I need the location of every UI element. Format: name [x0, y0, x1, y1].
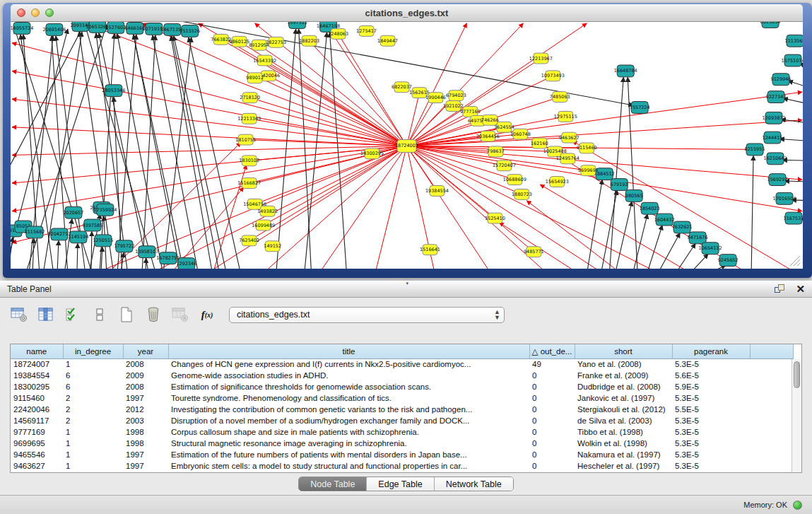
table-row[interactable]: 911546021997Tourette syndrome. Phenomeno…	[11, 392, 793, 404]
table-row[interactable]: 969969511998Structural magnetic resonanc…	[11, 438, 793, 449]
black-edge	[299, 29, 312, 269]
status-bar: Memory: OK	[0, 495, 812, 514]
graph-node-label: 1882203	[299, 38, 319, 44]
table-row[interactable]: 2242004622012Investigating the contribut…	[11, 404, 793, 415]
tab-edge-table[interactable]: Edge Table	[367, 477, 434, 491]
graph-node-label: 679192	[611, 182, 628, 187]
graph-node-label: 10654112	[699, 245, 722, 251]
black-edge	[33, 238, 34, 269]
column-header-year[interactable]: year	[123, 344, 168, 358]
table-row[interactable]: 1872400712008Changes of HCN gene express…	[11, 358, 793, 370]
red-edge	[526, 201, 622, 269]
graph-node-label: 1113565	[785, 38, 803, 44]
graph-node-label: 15654923	[546, 179, 569, 185]
nodes-layer: 1405572420691406209314010653267152760264…	[11, 22, 803, 269]
column-header-out_de...[interactable]: △ out_de...	[529, 344, 575, 358]
table-row[interactable]: 977716911998Corpus callosum shape and si…	[11, 426, 793, 438]
table-settings-icon[interactable]	[10, 305, 28, 324]
black-edge	[100, 34, 114, 269]
graph-node-label: 2822753	[266, 40, 286, 45]
graph-node-label: 1527602	[105, 25, 126, 30]
graph-node-label: 1921022	[443, 103, 464, 109]
graph-node-label: 1990446	[425, 95, 446, 100]
graph-node-label: 18300295	[360, 151, 384, 156]
graph-node-label: 2248063	[328, 31, 348, 37]
splitter-handle-icon[interactable]: ▾	[406, 282, 413, 285]
graph-node-label: 1597312	[287, 22, 307, 25]
rows-icon[interactable]	[90, 305, 109, 324]
graph-node-label: 12213363	[237, 116, 261, 122]
table-panel: ▾ Table Panel ✕ f(x) citation	[0, 281, 812, 514]
tab-network-table[interactable]: Network Table	[435, 477, 513, 491]
graph-node-label: 16210643	[764, 156, 787, 161]
graph-node-label: 16782759	[156, 255, 180, 261]
graph-node-label: 14055724	[11, 25, 33, 31]
black-edge	[647, 226, 662, 269]
black-edge	[146, 258, 146, 269]
new-table-icon[interactable]	[117, 305, 136, 324]
table-row[interactable]: 946362711997Embryonic stem cells: a mode…	[11, 460, 793, 472]
graph-node-label: 1830102	[239, 158, 259, 163]
table-selector-dropdown[interactable]: citations_edges.txt ▲▼	[229, 307, 505, 323]
table-header-row: namein_degreeyeartitle△ out_de...shortpa…	[11, 344, 793, 358]
table-row[interactable]: 1456911722003Disruption of a novel membe…	[11, 415, 793, 426]
close-panel-icon[interactable]: ✕	[796, 284, 805, 294]
graph-node-label: 9115460	[577, 145, 597, 151]
table-row[interactable]: 1938455462009Genome-wide association stu…	[11, 370, 793, 381]
graph-node-label: 162160	[531, 141, 548, 146]
column-header-gutter[interactable]	[750, 344, 793, 358]
window-titlebar[interactable]: citations_edges.txt	[11, 4, 803, 22]
table-selector-value: citations_edges.txt	[237, 310, 494, 320]
graph-node-label: 28053346	[102, 88, 125, 93]
graph-node-label: 17359924	[93, 207, 117, 213]
graph-node-label: 12042757	[47, 231, 71, 237]
graph-node-label: 1604432	[654, 217, 675, 223]
scrollbar-thumb[interactable]	[794, 361, 800, 388]
graph-node-label: 12213967	[529, 56, 553, 62]
graph-node-label: 9463627	[559, 135, 579, 141]
function-builder-icon[interactable]: f(x)	[198, 305, 216, 324]
row-checks-icon[interactable]	[64, 305, 82, 324]
column-header-pagerank[interactable]: pagerank	[672, 344, 750, 358]
red-edge	[375, 146, 407, 269]
column-header-in_degree[interactable]: in_degree	[63, 344, 123, 358]
graph-node-label: 13958107	[135, 249, 158, 255]
column-header-short[interactable]: short	[575, 344, 672, 358]
tab-node-table[interactable]: Node Table	[299, 477, 367, 491]
graph-node-label: 1516641	[420, 247, 440, 252]
table-vertical-scrollbar[interactable]	[792, 359, 801, 472]
graph-node-label: 1145194	[68, 234, 88, 240]
graph-node-label: 7632621	[672, 225, 693, 230]
graph-node-label: 16648784	[614, 68, 637, 74]
red-edge	[12, 146, 407, 155]
graph-node-label: 6822037	[392, 84, 412, 90]
network-view-window: citations_edges.txt 14055724206914062093…	[3, 3, 812, 278]
graph-node-label: 15751074	[782, 58, 803, 64]
red-edge	[407, 93, 420, 146]
graph-node-label: 3624554	[494, 124, 514, 130]
red-edge	[499, 223, 579, 269]
network-svg[interactable]: 1405572420691406209314010653267152760264…	[11, 22, 803, 269]
delete-rows-icon[interactable]	[144, 305, 163, 324]
graph-node-label: 7663822	[211, 37, 231, 42]
table-row[interactable]: 946554611997Estimation of the future num…	[11, 449, 793, 460]
window-title: citations_edges.txt	[11, 8, 803, 18]
column-header-title[interactable]: title	[168, 344, 529, 358]
graph-node-label: 980565	[625, 193, 643, 199]
float-panel-icon[interactable]	[775, 284, 786, 294]
delete-table-icon	[171, 305, 189, 324]
graph-node-label: 1244415	[763, 135, 783, 141]
graph-node-label: 10973493	[541, 73, 565, 78]
network-canvas[interactable]: 1405572420691406209314010653267152760264…	[11, 22, 803, 269]
table-panel-titlebar[interactable]: ▾ Table Panel ✕	[0, 281, 812, 298]
graph-node-label: 1493822	[257, 209, 278, 214]
black-edge	[174, 36, 227, 269]
table-row[interactable]: 1830029562008Estimation of significance …	[11, 381, 793, 392]
graph-node-label: 10688609	[503, 177, 526, 182]
node-table-grid: namein_degreeyeartitle△ out_de...shortpa…	[11, 344, 794, 472]
column-header-name[interactable]: name	[11, 344, 63, 358]
graph-node-label: 2718120	[240, 95, 260, 100]
graph-node-label: 1275417	[356, 28, 377, 34]
graph-node-label: 2020657	[63, 210, 83, 216]
select-columns-icon[interactable]	[37, 305, 55, 324]
